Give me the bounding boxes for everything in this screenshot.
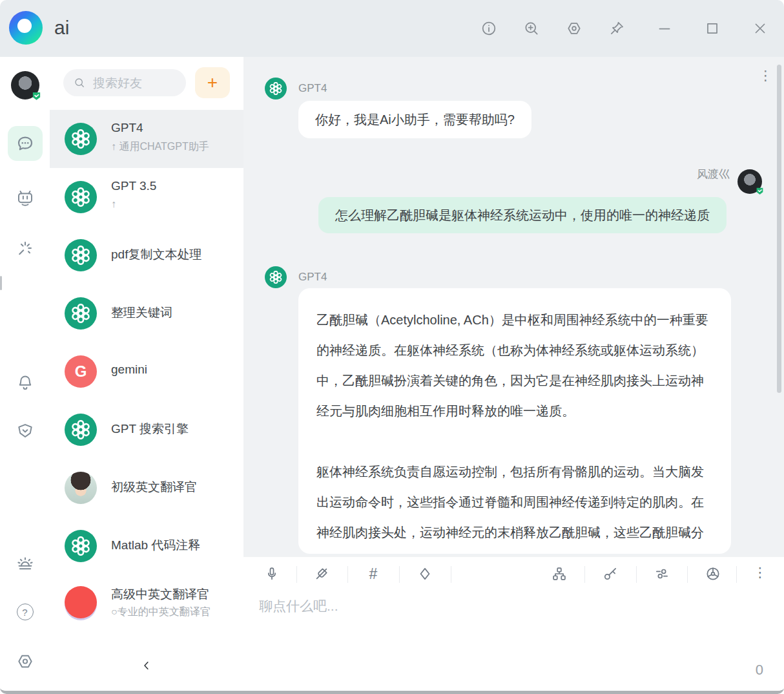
contact-name: pdf复制文本处理 [111,246,201,263]
contact-item-gpt-search[interactable]: GPT 搜索引擎 [50,401,243,459]
search-icon [73,76,86,89]
rail-scroll-grip[interactable] [0,276,2,290]
message-paragraph: 躯体神经系统负责自愿运动控制，包括所有骨骼肌的运动。当大脑发出运动命令时，这些指… [316,457,713,554]
openai-avatar [65,414,97,446]
contact-name: 高级中英文翻译官 [111,586,209,603]
openai-avatar [265,266,287,288]
nav-robot-icon[interactable] [15,187,35,207]
contact-item-gemini[interactable]: G gemini [50,342,243,401]
titlebar-controls [480,0,769,57]
toolbar-divider [736,566,737,583]
openai-avatar [265,78,287,100]
microphone-icon[interactable] [263,565,280,582]
char-counter: 0 [756,662,763,678]
toolbar-divider [451,566,451,583]
left-rail: ? [0,57,50,691]
message-sender: GPT4 [298,266,327,288]
message-sender: GPT4 [298,78,327,100]
toolbar-divider [687,566,688,583]
zoom-in-icon[interactable] [523,20,540,37]
user-message-bubble: 怎么理解乙酰胆碱是躯体神经系统运动中，使用的唯一的神经递质 [318,197,727,233]
contact-item-pdf[interactable]: pdf复制文本处理 [50,226,243,284]
contact-item-junior-translator[interactable]: 初级英文翻译官 [50,459,243,517]
message-paragraph: 乙酰胆碱（Acetylcholine, ACh）是中枢和周围神经系统中的一种重要… [316,305,713,426]
diamond-icon[interactable] [417,565,433,582]
pin-icon[interactable] [608,20,625,37]
chat-scrollbar-thumb[interactable] [777,65,781,393]
contacts-panel: + GPT4 ↑ 通用CHATGPT助手 GPT 3.5 ↑ pdf复制文本处理… [50,57,243,691]
maximize-icon[interactable] [704,20,721,37]
key-icon[interactable] [602,565,619,582]
contact-name: 初级英文翻译官 [111,479,197,496]
girl-avatar [65,472,97,504]
collapse-chevron-icon[interactable] [141,658,152,673]
nav-notifications-icon[interactable] [15,373,34,392]
openai-avatar [65,123,97,155]
toolbar-divider [399,566,400,583]
toolbar-divider [296,566,297,583]
contact-name: gemini [111,363,147,377]
search-box[interactable] [63,69,186,96]
theme-sunrise-icon[interactable] [15,554,35,574]
settings-hexagon-icon[interactable] [566,20,583,37]
help-icon[interactable]: ? [17,604,34,620]
contact-name: 整理关键词 [111,304,172,321]
chat-bubble-icon [15,134,35,153]
pen-slash-icon[interactable] [313,565,330,582]
bot-message-bubble: 你好，我是Ai小助手，需要帮助吗? [298,101,531,138]
contact-name: GPT4 [111,121,143,135]
partial-contact-avatar [65,586,97,618]
openai-avatar [65,530,97,562]
minimize-icon[interactable] [656,20,673,37]
contact-item-matlab[interactable]: Matlab 代码注释 [50,517,243,575]
contact-name: GPT 3.5 [111,179,156,193]
app-title: ai [54,0,69,57]
openai-avatar [65,239,97,271]
contact-subtitle: ↑ 通用CHATGPT助手 [111,140,209,154]
online-badge-icon [756,187,764,195]
composer: # ⋮ 0 [243,557,784,691]
user-avatar[interactable] [11,71,39,100]
toolbar-divider [347,566,348,583]
titlebar: ai [0,0,784,57]
contact-subtitle: ○专业的中英文翻译官 [111,605,211,619]
bot-message-bubble: 乙酰胆碱（Acetylcholine, ACh）是中枢和周围神经系统中的一种重要… [298,288,731,554]
contact-name: GPT 搜索引擎 [111,421,189,437]
contact-subtitle: ↑ [111,198,116,210]
app-logo-icon [9,11,43,45]
message-input[interactable] [254,592,768,667]
wheel-icon[interactable] [705,565,721,582]
settings-icon[interactable] [15,652,34,671]
chat-panel: ⋮ GPT4 你好，我是Ai小助手，需要帮助吗? 风渡巛 怎么理解乙酰胆碱是躯体… [243,57,784,691]
search-input[interactable] [92,69,182,98]
contact-item-gpt4[interactable]: GPT4 ↑ 通用CHATGPT助手 [50,110,243,168]
toolbar-divider [636,566,637,583]
user-avatar [738,169,762,194]
info-icon[interactable] [480,20,497,37]
collapse-bar [50,648,243,691]
nav-badge-icon[interactable] [15,421,34,440]
sitemap-icon[interactable] [551,565,568,582]
gemini-avatar: G [65,355,97,388]
composer-more-icon[interactable]: ⋮ [752,565,769,582]
close-icon[interactable] [752,20,769,37]
add-contact-button[interactable]: + [195,67,230,98]
contact-item-keywords[interactable]: 整理关键词 [50,284,243,342]
contact-name: Matlab 代码注释 [111,537,200,554]
openai-avatar [65,297,97,330]
online-badge-icon [32,91,41,101]
sliders-icon[interactable] [654,565,670,582]
hash-icon[interactable]: # [365,565,382,582]
nav-chats-button[interactable] [8,126,43,161]
openai-avatar [65,181,97,213]
toolbar-divider [584,566,585,583]
chat-more-icon[interactable]: ⋮ [759,68,769,82]
nav-sparkle-icon[interactable] [15,238,35,258]
contact-item-gpt35[interactable]: GPT 3.5 ↑ [50,168,243,226]
app-window: ai ? [0,0,784,694]
message-sender: 风渡巛 [697,163,730,185]
